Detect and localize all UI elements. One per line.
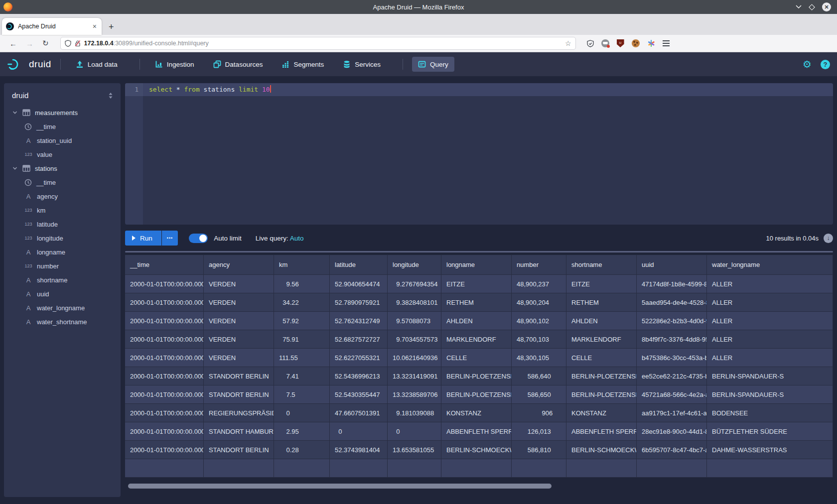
asterisk-extension-icon[interactable]	[647, 39, 655, 47]
table-cell[interactable]: EITZE	[441, 275, 512, 293]
table-cell[interactable]: 5aaed954-de4e-4528-8f	[637, 293, 707, 312]
tree-column-value[interactable]: 123value	[4, 147, 121, 161]
table-cell[interactable]: 586,650	[512, 385, 566, 404]
table-cell[interactable]: 0	[330, 422, 388, 441]
column-header-water_longname[interactable]: water_longname	[707, 255, 833, 275]
table-cell[interactable]: ABBENFLETH SPERRWEI	[566, 422, 637, 441]
table-cell[interactable]: 52.5436996213	[330, 367, 388, 385]
table-cell[interactable]: KONSTANZ	[441, 404, 512, 422]
table-cell[interactable]: MARKLENDORF	[441, 330, 512, 349]
forward-button[interactable]: →	[26, 39, 33, 48]
column-header-longitude[interactable]: longitude	[388, 255, 441, 275]
table-cell[interactable]: 586,810	[512, 441, 566, 459]
run-button[interactable]: Run	[125, 231, 161, 246]
auto-limit-toggle[interactable]	[189, 234, 208, 243]
url-bar[interactable]: 172.18.0.4:30899/unified-console.html#qu…	[60, 37, 576, 50]
tree-column-agency[interactable]: Aagency	[4, 189, 121, 203]
pane-divider[interactable]	[125, 251, 833, 252]
table-cell[interactable]: BERLIN-SCHMOECKWITZ	[441, 441, 512, 459]
table-cell[interactable]: REGIERUNGSPRÄSIDIUM	[204, 404, 274, 422]
table-cell[interactable]: 126,013	[512, 422, 566, 441]
table-cell[interactable]: 2000-01-01T00:00:00.000Z	[125, 330, 204, 349]
tree-column-water_longname[interactable]: Awater_longname	[4, 301, 121, 315]
tree-column-km[interactable]: 123km	[4, 203, 121, 217]
table-cell[interactable]: 13.653581055	[388, 441, 441, 459]
table-cell[interactable]: AHLDEN	[441, 312, 512, 330]
tree-column-shortname[interactable]: Ashortname	[4, 273, 121, 287]
table-cell[interactable]: 7.41	[274, 367, 330, 385]
table-cell[interactable]: STANDORT BERLIN	[204, 367, 274, 385]
table-cell[interactable]: 2000-01-01T00:00:00.000Z	[125, 422, 204, 441]
tree-column-number[interactable]: 123number	[4, 259, 121, 273]
table-cell[interactable]: 47174d8f-1b8e-4599-8a	[637, 275, 707, 293]
scrollbar-thumb[interactable]	[128, 484, 552, 489]
table-cell[interactable]: 2000-01-01T00:00:00.000Z	[125, 367, 204, 385]
table-cell[interactable]: 9.56	[274, 275, 330, 293]
editor-code-area[interactable]: select * from stations limit 10	[143, 83, 833, 225]
nav-ingestion[interactable]: Ingestion	[149, 57, 200, 72]
table-cell[interactable]: 9.2767694354	[388, 275, 441, 293]
browser-tab[interactable]: Apache Druid ×	[2, 18, 102, 35]
table-cell[interactable]: 522286e2-b2b3-4d0d-9a	[637, 312, 707, 330]
table-cell[interactable]: 0	[274, 404, 330, 422]
column-header-km[interactable]: km	[274, 255, 330, 275]
table-cell[interactable]: 0	[388, 422, 441, 441]
nav-datasources[interactable]: Datasources	[207, 57, 269, 72]
table-cell[interactable]: ALLER	[707, 275, 833, 293]
privacy-shield-extension-icon[interactable]	[587, 40, 594, 47]
insecure-lock-icon[interactable]	[75, 40, 81, 47]
window-maximize-button[interactable]	[809, 4, 815, 10]
table-cell[interactable]: BERLIN-SCHMOECKWIT	[566, 441, 637, 459]
column-header-agency[interactable]: agency	[204, 255, 274, 275]
table-cell[interactable]: 7.5	[274, 385, 330, 404]
menu-icon[interactable]	[663, 40, 670, 46]
table-cell[interactable]: 52.6827572727	[330, 330, 388, 349]
table-cell[interactable]: 52.7624312749	[330, 312, 388, 330]
table-cell[interactable]: 586,640	[512, 367, 566, 385]
new-tab-button[interactable]: +	[109, 22, 114, 31]
table-cell[interactable]: 0.28	[274, 441, 330, 459]
tree-column-water_shortname[interactable]: Awater_shortname	[4, 315, 121, 329]
tree-column-uuid[interactable]: Auuid	[4, 287, 121, 301]
table-cell[interactable]: VERDEN	[204, 330, 274, 349]
tree-column-latitude[interactable]: 123latitude	[4, 217, 121, 231]
table-cell[interactable]: BERLIN-PLOETZENSEE U	[566, 385, 637, 404]
table-cell[interactable]: ALLER	[707, 293, 833, 312]
table-cell[interactable]: 75.91	[274, 330, 330, 349]
query-editor[interactable]: 1 select * from stations limit 10	[125, 83, 833, 225]
druid-brand[interactable]: druid	[7, 58, 51, 71]
table-cell[interactable]: 48,900,102	[512, 312, 566, 330]
settings-gear-icon[interactable]: ⚙	[803, 59, 812, 69]
table-cell[interactable]: ALLER	[707, 330, 833, 349]
help-icon[interactable]: ?	[821, 60, 830, 69]
table-cell[interactable]: DAHME-WASSERSTRAS	[707, 441, 833, 459]
table-cell[interactable]: 13.3231419091	[388, 367, 441, 385]
table-cell[interactable]: 2000-01-01T00:00:00.000Z	[125, 385, 204, 404]
ublock-extension-icon[interactable]: u	[617, 39, 624, 47]
column-header-__time[interactable]: __time	[125, 255, 204, 275]
table-cell[interactable]: STANDORT BERLIN	[204, 385, 274, 404]
run-more-options-button[interactable]: •••	[162, 231, 178, 246]
table-cell[interactable]: 52.3743981404	[330, 441, 388, 459]
tree-table-stations[interactable]: stations	[4, 161, 121, 175]
tree-column-station_uuid[interactable]: Astation_uuid	[4, 133, 121, 147]
table-cell[interactable]: MARKLENDORF	[566, 330, 637, 349]
chevron-down-icon[interactable]	[12, 165, 18, 171]
table-cell[interactable]: 28ec91e8-90c0-44d1-8f	[637, 422, 707, 441]
table-cell[interactable]: 2000-01-01T00:00:00.000Z	[125, 293, 204, 312]
table-cell[interactable]: 2.95	[274, 422, 330, 441]
table-cell[interactable]: VERDEN	[204, 275, 274, 293]
table-cell[interactable]: 2000-01-01T00:00:00.000Z	[125, 404, 204, 422]
tab-close-icon[interactable]: ×	[92, 22, 98, 30]
table-cell[interactable]: VERDEN	[204, 312, 274, 330]
table-cell[interactable]: ee52ce62-212c-4735-b4	[637, 367, 707, 385]
live-query-value[interactable]: Auto	[290, 235, 304, 242]
table-cell[interactable]: 9.57088073	[388, 312, 441, 330]
chevron-down-icon[interactable]	[12, 110, 18, 116]
table-cell[interactable]: 45721a68-566c-4e2a-a6	[637, 385, 707, 404]
table-cell[interactable]: BERLIN-SPANDAUER-S	[707, 385, 833, 404]
query-text-line[interactable]: select * from stations limit 10	[143, 83, 833, 96]
table-cell[interactable]: RETHEM	[566, 293, 637, 312]
table-cell[interactable]: VERDEN	[204, 349, 274, 367]
column-header-longname[interactable]: longname	[441, 255, 512, 275]
